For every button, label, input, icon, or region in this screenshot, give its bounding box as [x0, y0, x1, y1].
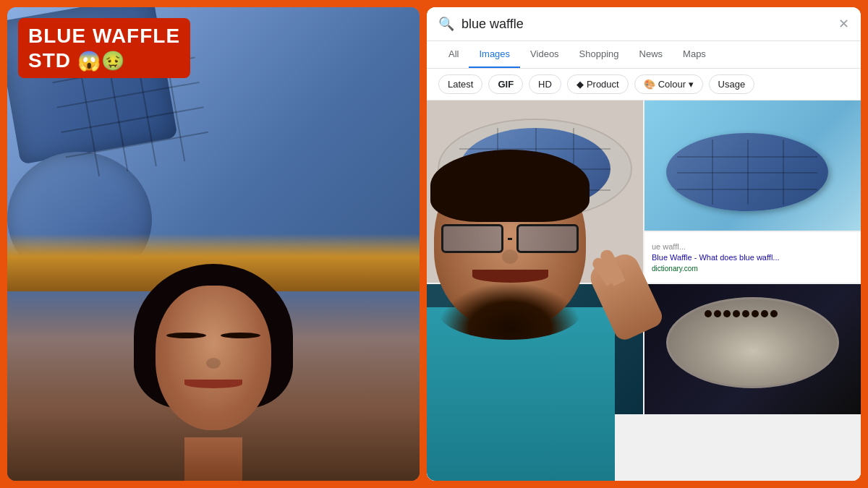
clear-search-icon[interactable]: ✕	[838, 16, 849, 32]
nav-tabs: All Images Videos Shopping News Maps	[427, 41, 861, 69]
diamond-icon: ◆	[576, 79, 584, 90]
tab-images[interactable]: Images	[469, 41, 520, 68]
main-container: BLUE WAFFLE STD 😱🤢	[7, 7, 861, 481]
image-result-4[interactable]	[427, 284, 643, 414]
bet-you-text: BET YOU CAN'T FIND ME ONGOOGLE IMAGE SEA…	[438, 244, 632, 260]
title-box: BLUE WAFFLE STD 😱🤢	[18, 18, 190, 78]
search-result-card[interactable]: ue waffl... Blue Waffle - What does blue…	[644, 232, 861, 283]
result-title: Blue Waffle - What does blue waffl...	[652, 252, 854, 262]
image-result-5[interactable]	[644, 284, 861, 414]
left-video-panel: BLUE WAFFLE STD 😱🤢	[7, 7, 420, 481]
tab-maps[interactable]: Maps	[673, 41, 716, 68]
search-query-text: blue waffle	[461, 17, 831, 32]
image-result-1[interactable]	[644, 100, 861, 231]
right-search-panel: 🔍 blue waffle ✕ All Images Videos Shoppi…	[427, 7, 861, 481]
filter-usage[interactable]: Usage	[709, 74, 755, 94]
tab-shopping[interactable]: Shopping	[569, 41, 629, 68]
palette-icon: 🎨	[644, 79, 655, 90]
title-line1: BLUE WAFFLE	[28, 24, 180, 48]
woman-silhouette	[7, 244, 420, 481]
title-emojis: 😱🤢	[77, 50, 125, 72]
woman-overlay	[7, 244, 420, 481]
result-source: dictionary.com	[652, 265, 854, 273]
tab-videos[interactable]: Videos	[520, 41, 569, 68]
filter-latest[interactable]: Latest	[438, 74, 482, 94]
image-result-2[interactable]: BET YOU CAN'T FIND ME ONGOOGLE IMAGE SEA…	[427, 100, 643, 283]
filter-product[interactable]: ◆ Product	[567, 74, 629, 94]
tab-all[interactable]: All	[438, 41, 469, 68]
tab-news[interactable]: News	[629, 41, 673, 68]
filter-colour[interactable]: 🎨 Colour ▾	[634, 74, 703, 94]
search-bar-row[interactable]: 🔍 blue waffle ✕	[427, 7, 861, 41]
filter-row: Latest GIF HD ◆ Product 🎨 Colour ▾ Usage	[427, 69, 861, 100]
title-line2: STD 😱🤢	[28, 48, 180, 73]
filter-hd[interactable]: HD	[529, 74, 561, 94]
google-ui: 🔍 blue waffle ✕ All Images Videos Shoppi…	[427, 7, 861, 481]
filter-gif[interactable]: GIF	[488, 74, 523, 94]
search-icon: 🔍	[438, 16, 454, 32]
